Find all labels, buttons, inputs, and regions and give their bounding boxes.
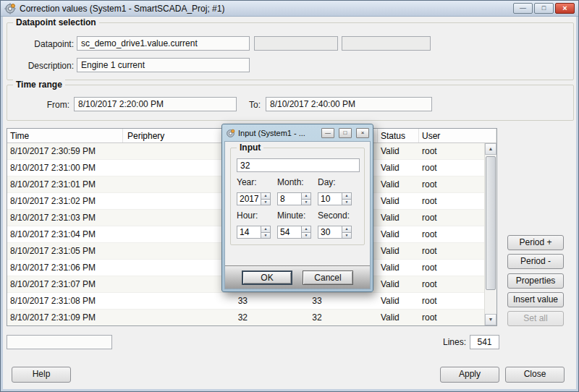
cell-time: 8/10/2017 2:31:02 PM xyxy=(7,193,123,209)
window-client-area: Datapoint selection Datapoint: Descripti… xyxy=(3,17,576,389)
minute-up-icon[interactable]: ▲ xyxy=(302,226,311,233)
minute-label: Minute: xyxy=(277,210,318,221)
table-row[interactable]: 8/10/2017 2:31:09 PM3232Validroot xyxy=(7,310,484,325)
help-button[interactable]: Help xyxy=(12,367,71,383)
apply-button[interactable]: Apply xyxy=(440,367,499,383)
dialog-maximize-icon[interactable]: □ xyxy=(339,128,352,138)
scrollbar-thumb[interactable] xyxy=(486,156,496,290)
cell-status: Valid xyxy=(378,260,419,276)
day-up-icon[interactable]: ▲ xyxy=(342,192,352,200)
month-up-icon[interactable]: ▲ xyxy=(302,192,311,200)
to-label: To: xyxy=(224,100,261,110)
date-spinners-row: ▲▼ ▲▼ ▲▼ xyxy=(231,192,364,205)
minimize-icon[interactable]: — xyxy=(513,3,533,14)
month-label: Month: xyxy=(277,177,318,187)
from-label: From: xyxy=(13,100,69,110)
cell-status: Valid xyxy=(378,143,419,159)
scroll-down-icon[interactable]: ▼ xyxy=(485,314,496,325)
datapoint-extra-field-2[interactable] xyxy=(342,36,431,51)
cell-status: Valid xyxy=(378,160,419,176)
dialog-button-strip: OK Cancel xyxy=(225,265,370,289)
input-dialog: Input (System1 - ... — □ × Input Year: M… xyxy=(221,124,373,292)
hour-down-icon[interactable]: ▼ xyxy=(261,233,271,239)
ok-button[interactable]: OK xyxy=(242,270,292,285)
day-input[interactable] xyxy=(318,192,342,205)
day-label: Day: xyxy=(318,177,358,187)
cell-user: root xyxy=(419,143,484,159)
cell-time: 8/10/2017 2:30:59 PM xyxy=(7,143,123,159)
close-button[interactable]: Close xyxy=(505,367,565,383)
cell-user: root xyxy=(419,226,484,242)
year-label: Year: xyxy=(237,177,277,187)
time-range-group: Time range From: To: xyxy=(7,85,574,121)
cell-user: root xyxy=(419,276,484,292)
insert-value-button[interactable]: Insert value xyxy=(507,292,564,307)
input-group: Input Year: Month: Day: ▲▼ xyxy=(230,148,365,245)
datapoint-label: Datapoint: xyxy=(16,39,74,49)
value-input[interactable] xyxy=(237,158,360,172)
period-minus-button[interactable]: Period - xyxy=(507,254,564,269)
period-plus-button[interactable]: Period + xyxy=(507,235,564,250)
cell-status: Valid xyxy=(378,210,419,226)
month-spinner: ▲▼ xyxy=(277,192,312,205)
cell-user: root xyxy=(419,176,484,192)
cell-time: 8/10/2017 2:31:04 PM xyxy=(7,226,123,242)
input-dialog-titlebar[interactable]: Input (System1 - ... — □ × xyxy=(224,126,371,140)
dialog-close-icon[interactable]: × xyxy=(356,128,369,138)
cell-user: root xyxy=(419,243,484,259)
input-dialog-client: Input Year: Month: Day: ▲▼ xyxy=(224,141,371,289)
set-all-button[interactable]: Set all xyxy=(507,311,564,326)
second-input[interactable] xyxy=(318,226,342,239)
table-row[interactable]: 8/10/2017 2:31:08 PM3333Validroot xyxy=(7,293,484,310)
time-labels-row: Hour: Minute: Second: xyxy=(231,210,364,221)
datapoint-input[interactable] xyxy=(77,36,250,51)
cell-user: root xyxy=(419,160,484,176)
description-input[interactable] xyxy=(77,58,250,72)
app-icon xyxy=(4,3,16,14)
hour-spinner: ▲▼ xyxy=(237,226,271,239)
cell-time: 8/10/2017 2:31:05 PM xyxy=(7,243,123,259)
second-down-icon[interactable]: ▼ xyxy=(342,233,352,239)
to-input[interactable] xyxy=(266,97,432,111)
lines-label: Lines: xyxy=(419,337,466,347)
vertical-scrollbar[interactable]: ▲ ▼ xyxy=(484,143,496,325)
month-down-icon[interactable]: ▼ xyxy=(302,200,311,206)
cell-time: 8/10/2017 2:31:09 PM xyxy=(7,310,123,325)
minute-down-icon[interactable]: ▼ xyxy=(302,233,311,239)
maximize-icon[interactable]: □ xyxy=(534,3,554,14)
cell-user: root xyxy=(419,210,484,226)
minute-input[interactable] xyxy=(277,226,302,239)
input-dialog-title: Input (System1 - ... xyxy=(238,129,317,137)
header-status[interactable]: Status xyxy=(378,129,419,142)
year-spinner: ▲▼ xyxy=(237,192,271,205)
close-icon[interactable]: × xyxy=(555,3,575,14)
second-up-icon[interactable]: ▲ xyxy=(342,226,352,233)
year-up-icon[interactable]: ▲ xyxy=(261,192,271,200)
month-input[interactable] xyxy=(277,192,302,205)
hour-input[interactable] xyxy=(237,226,261,239)
day-down-icon[interactable]: ▼ xyxy=(342,200,352,206)
dialog-minimize-icon[interactable]: — xyxy=(321,128,334,138)
cancel-button[interactable]: Cancel xyxy=(303,270,353,285)
year-down-icon[interactable]: ▼ xyxy=(261,200,271,206)
lines-count xyxy=(470,335,499,349)
footer-status-field[interactable] xyxy=(7,335,112,349)
header-time[interactable]: Time xyxy=(7,129,123,142)
cell-status: Valid xyxy=(378,293,419,309)
from-input[interactable] xyxy=(74,97,237,111)
datapoint-extra-field-1[interactable] xyxy=(254,36,338,51)
correction-values-window: Correction values (System1 - SmartSCADA_… xyxy=(0,0,579,392)
year-input[interactable] xyxy=(237,192,261,205)
scroll-up-icon[interactable]: ▲ xyxy=(485,143,496,155)
hour-up-icon[interactable]: ▲ xyxy=(261,226,271,233)
cell-time: 8/10/2017 2:31:08 PM xyxy=(7,293,123,309)
window-titlebar[interactable]: Correction values (System1 - SmartSCADA_… xyxy=(1,1,578,17)
header-user[interactable]: User xyxy=(419,129,496,142)
cell-user: root xyxy=(419,193,484,209)
properties-button[interactable]: Properties xyxy=(507,273,564,289)
second-spinner: ▲▼ xyxy=(318,226,352,239)
cell-status: Valid xyxy=(378,243,419,259)
cell-value: 32 xyxy=(253,310,378,325)
minute-spinner: ▲▼ xyxy=(277,226,312,239)
cell-time: 8/10/2017 2:31:03 PM xyxy=(7,210,123,226)
